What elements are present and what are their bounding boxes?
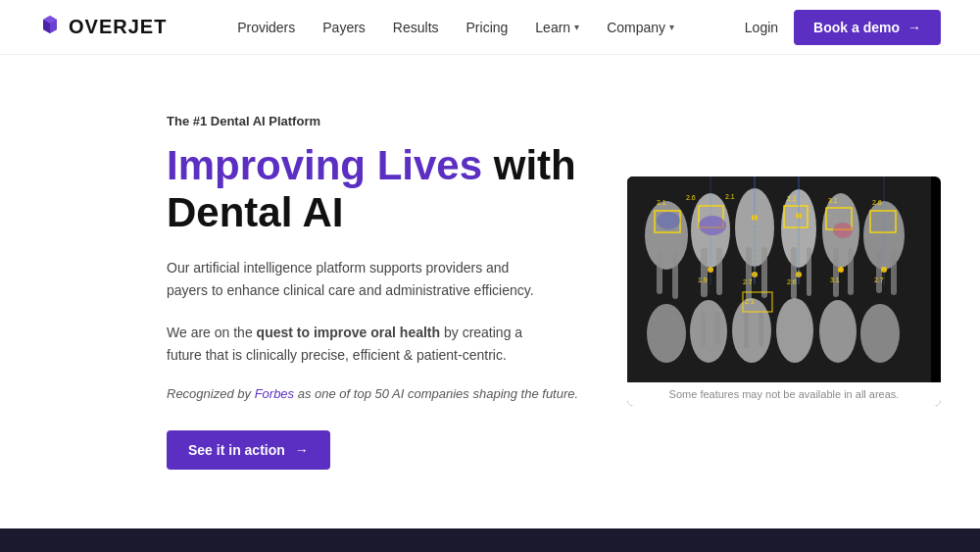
svg-point-52 <box>838 267 844 273</box>
login-link[interactable]: Login <box>745 20 778 35</box>
logo-icon <box>39 14 61 41</box>
svg-rect-13 <box>761 247 767 298</box>
see-action-button[interactable]: See it in action → <box>167 430 330 470</box>
svg-text:2.1: 2.1 <box>787 195 797 202</box>
svg-text:3.1: 3.1 <box>830 276 840 283</box>
svg-text:2.6: 2.6 <box>787 278 797 285</box>
svg-rect-14 <box>791 247 797 299</box>
nav-company[interactable]: Company ▾ <box>607 20 674 35</box>
svg-rect-8 <box>657 250 662 294</box>
nav-providers[interactable]: Providers <box>237 20 295 35</box>
hero-title-highlight: Improving Lives <box>167 142 482 188</box>
hero-content: The #1 Dental AI Platform Improving Live… <box>167 114 598 470</box>
dental-xray-image: 2.1 2.6 2.1 2.1 3.1 2.6 <box>627 176 941 406</box>
svg-rect-15 <box>807 247 811 296</box>
svg-point-22 <box>732 298 771 363</box>
nav-pricing[interactable]: Pricing <box>466 20 509 35</box>
svg-point-44 <box>657 212 680 229</box>
svg-point-43 <box>699 216 726 235</box>
arrow-right-icon: → <box>907 20 921 35</box>
svg-text:2.7: 2.7 <box>874 276 884 283</box>
svg-text:2.6: 2.6 <box>686 194 696 201</box>
svg-point-25 <box>860 304 900 363</box>
nav-payers[interactable]: Payers <box>322 20 366 35</box>
navbar: OVERJET Providers Payers Results Pricing… <box>0 0 980 55</box>
svg-rect-16 <box>833 248 839 297</box>
svg-point-21 <box>690 300 727 363</box>
hero-eyebrow: The #1 Dental AI Platform <box>167 114 598 128</box>
hero-image-wrap: 2.1 2.6 2.1 2.1 3.1 2.6 <box>627 176 941 406</box>
xray-caption: Some features may not be available in al… <box>627 382 941 406</box>
svg-rect-19 <box>891 250 897 295</box>
svg-rect-30 <box>744 311 749 348</box>
svg-rect-27 <box>672 314 677 346</box>
hero-bold-phrase: quest to improve oral health <box>257 325 440 340</box>
logo[interactable]: OVERJET <box>39 14 167 41</box>
forbes-link[interactable]: Forbes <box>255 386 294 401</box>
svg-rect-18 <box>876 250 882 293</box>
book-demo-button[interactable]: Book a demo → <box>794 10 941 45</box>
svg-text:2.1: 2.1 <box>725 193 735 200</box>
svg-point-23 <box>776 298 813 363</box>
hero-section: The #1 Dental AI Platform Improving Live… <box>0 55 980 528</box>
svg-rect-26 <box>659 314 663 348</box>
svg-rect-10 <box>701 248 708 297</box>
svg-text:2.6: 2.6 <box>872 199 882 206</box>
svg-text:2.3: 2.3 <box>745 298 755 305</box>
company-chevron-icon: ▾ <box>669 22 674 32</box>
nav-links: Providers Payers Results Pricing Learn ▾… <box>237 20 674 35</box>
xray-svg: 2.1 2.6 2.1 2.1 3.1 2.6 <box>627 176 931 382</box>
svg-rect-12 <box>746 247 752 301</box>
svg-point-45 <box>833 223 853 238</box>
svg-rect-9 <box>672 250 678 299</box>
hero-description-2: We are on the quest to improve oral heal… <box>167 322 539 367</box>
svg-text:2.1: 2.1 <box>657 199 666 206</box>
trust-section: Leading Payers and Providers Trust Overj… <box>0 528 980 552</box>
hero-description-1: Our artificial intelligence platform sup… <box>167 257 539 302</box>
svg-point-24 <box>819 300 857 363</box>
svg-rect-31 <box>759 311 763 346</box>
logo-text: OVERJET <box>69 16 167 38</box>
svg-text:1.9: 1.9 <box>698 276 708 283</box>
nav-learn[interactable]: Learn ▾ <box>535 20 579 35</box>
learn-chevron-icon: ▾ <box>574 22 579 32</box>
svg-point-20 <box>647 304 686 363</box>
svg-rect-11 <box>716 248 722 295</box>
svg-rect-28 <box>701 312 706 347</box>
svg-rect-29 <box>715 312 720 345</box>
cta-arrow-icon: → <box>295 442 309 458</box>
svg-text:2.7: 2.7 <box>743 278 753 285</box>
nav-results[interactable]: Results <box>393 20 439 35</box>
hero-footnote: Recognized by Forbes as one of top 50 AI… <box>167 386 598 401</box>
svg-text:3.1: 3.1 <box>828 197 838 204</box>
hero-title: Improving Lives with Dental AI <box>167 142 598 237</box>
nav-actions: Login Book a demo → <box>745 10 941 45</box>
svg-rect-17 <box>848 248 854 295</box>
